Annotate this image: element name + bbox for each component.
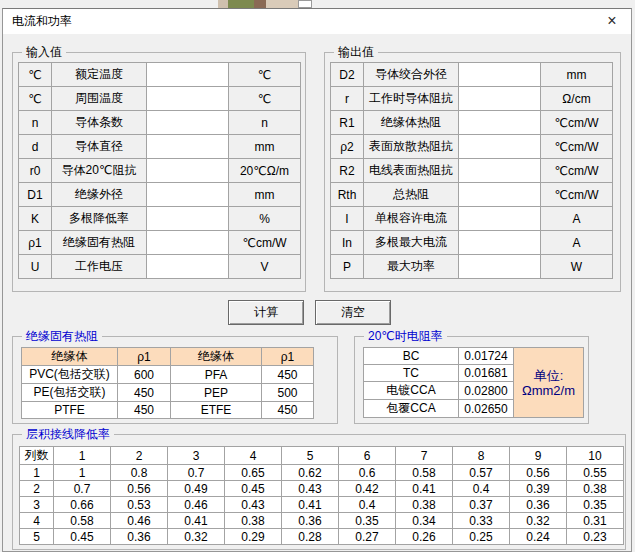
output-unit-4: ℃cm/W [541,159,613,183]
thermal-header-0: 绝缘体 [22,348,118,366]
derating-cell-2-6: 0.38 [396,497,453,513]
output-label-8: 最大功率 [364,255,459,279]
derating-cell-0-0: 1 [54,465,111,481]
resistivity-value-3: 0.02650 [459,400,514,418]
derating-cell-3-4: 0.36 [282,513,339,529]
derating-cell-4-3: 0.29 [225,529,282,545]
calculate-button[interactable]: 计算 [228,300,304,325]
output-row: R2电线表面热阻抗℃cm/W [331,159,613,183]
derating-cell-2-4: 0.41 [282,497,339,513]
derating-cell-0-9: 0.55 [567,465,624,481]
derating-table: 列数12345678910110.80.70.650.620.60.580.57… [19,446,624,545]
derating-cell-1-3: 0.45 [225,481,282,497]
output-symbol-4: R2 [331,159,364,183]
derating-col-header-6: 7 [396,447,453,465]
input-field-5[interactable] [147,183,229,207]
derating-cell-1-5: 0.42 [339,481,396,497]
output-label-7: 多根最大电流 [364,231,459,255]
resistivity-group: 20℃时电阻率 BC0.01724单位:Ωmm2/mTC0.01681电镀CCA… [354,336,589,424]
output-row: D2导体绞合外径mm [331,63,613,87]
thermal-cell-2-0: PTFE [22,402,118,419]
derating-cell-2-9: 0.35 [567,497,624,513]
resistivity-material-0: BC [364,348,459,365]
derating-cell-2-8: 0.36 [510,497,567,513]
input-field-6[interactable] [147,207,229,231]
output-row: P最大功率W [331,255,613,279]
output-unit-2: ℃cm/W [541,111,613,135]
derating-cell-4-0: 0.45 [54,529,111,545]
thermal-cell-1-1: 450 [118,384,171,402]
input-label-8: 工作电压 [52,255,147,279]
fragment-block [254,0,266,8]
derating-cell-4-5: 0.27 [339,529,396,545]
derating-col-header-3: 4 [225,447,282,465]
resistivity-material-2: 电镀CCA [364,382,459,400]
input-label-3: 导体直径 [52,135,147,159]
input-field-3[interactable] [147,135,229,159]
thermal-cell-0-1: 600 [118,366,171,384]
derating-cell-3-3: 0.38 [225,513,282,529]
output-symbol-2: R1 [331,111,364,135]
derating-cell-2-3: 0.43 [225,497,282,513]
input-unit-2: n [229,111,301,135]
input-unit-6: % [229,207,301,231]
derating-cell-2-7: 0.37 [453,497,510,513]
output-field-2 [459,111,541,135]
thermal-header-3: ρ1 [262,348,314,366]
input-label-5: 绝缘外径 [52,183,147,207]
input-symbol-1: ℃ [19,87,52,111]
output-field-8 [459,255,541,279]
output-symbol-3: ρ2 [331,135,364,159]
input-field-0[interactable] [147,63,229,87]
derating-row-label-0: 1 [20,465,54,481]
thermal-cell-1-3: 500 [262,384,314,402]
input-field-1[interactable] [147,87,229,111]
output-row: ρ2表面放散热阻抗℃cm/W [331,135,613,159]
derating-header-row: 列数12345678910 [20,447,624,465]
input-field-7[interactable] [147,231,229,255]
derating-cell-1-2: 0.49 [168,481,225,497]
input-row: ℃额定温度℃ [19,63,301,87]
thermal-header-2: 绝缘体 [171,348,262,366]
thermal-cell-2-3: 450 [262,402,314,419]
input-unit-7: ℃cm/W [229,231,301,255]
derating-cell-3-1: 0.46 [111,513,168,529]
input-field-8[interactable] [147,255,229,279]
derating-cell-0-1: 0.8 [111,465,168,481]
derating-cell-0-7: 0.57 [453,465,510,481]
output-label-3: 表面放散热阻抗 [364,135,459,159]
output-row: R1绝缘体热阻℃cm/W [331,111,613,135]
input-label-0: 额定温度 [52,63,147,87]
output-field-3 [459,135,541,159]
input-label-4: 导体20℃阻抗 [52,159,147,183]
thermal-cell-0-3: 450 [262,366,314,384]
derating-cell-4-4: 0.28 [282,529,339,545]
close-icon[interactable]: × [600,10,624,32]
derating-cell-4-7: 0.25 [453,529,510,545]
resistivity-value-1: 0.01681 [459,365,514,382]
layered-wiring-derating-group: 层积接线降低率 列数12345678910110.80.70.650.620.6… [12,434,626,550]
output-row: Rth总热阻℃cm/W [331,183,613,207]
insulation-thermal-resistance-group: 绝缘固有热阻 绝缘体ρ1绝缘体ρ1PVC(包括交联)600PFA450PE(包括… [12,336,338,424]
thermal-header-1: ρ1 [118,348,171,366]
input-unit-1: ℃ [229,87,301,111]
input-field-2[interactable] [147,111,229,135]
input-group-title: 输入值 [22,44,66,61]
output-field-0 [459,63,541,87]
derating-cell-1-0: 0.7 [54,481,111,497]
output-unit-7: A [541,231,613,255]
output-symbol-0: D2 [331,63,364,87]
output-unit-1: Ω/cm [541,87,613,111]
thermal-group-title: 绝缘固有热阻 [22,328,102,345]
input-label-6: 多根降低率 [52,207,147,231]
input-label-1: 周围温度 [52,87,147,111]
derating-cell-4-6: 0.26 [396,529,453,545]
input-field-4[interactable] [147,159,229,183]
derating-cell-1-4: 0.43 [282,481,339,497]
derating-col-header-8: 9 [510,447,567,465]
thermal-row: PTFE450ETFE450 [22,402,314,419]
derating-col-header-1: 2 [111,447,168,465]
output-unit-6: A [541,207,613,231]
derating-col-header-9: 10 [567,447,624,465]
clear-button[interactable]: 清空 [315,300,391,325]
